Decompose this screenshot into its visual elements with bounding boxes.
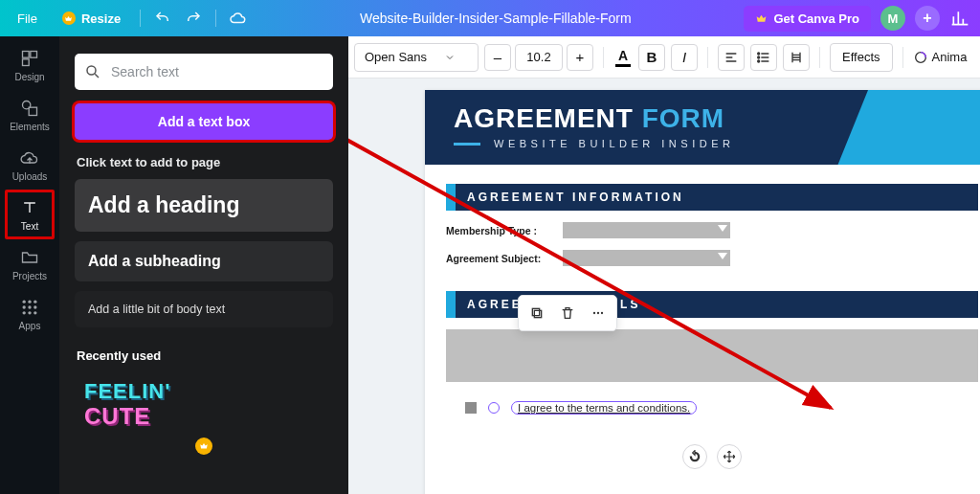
list-button[interactable]	[750, 44, 777, 71]
context-toolbar	[518, 295, 617, 331]
add-subheading-button[interactable]: Add a subheading	[75, 241, 333, 281]
svg-point-12	[28, 311, 31, 314]
typed-text[interactable]: I agree to the terms and conditions.	[511, 401, 697, 415]
side-rail: Design Elements Uploads Text Projects Ap…	[0, 36, 59, 494]
search-input[interactable]	[75, 54, 333, 90]
rail-text[interactable]: Text	[5, 190, 55, 239]
cloud-sync-icon[interactable]	[230, 10, 247, 27]
animate-button[interactable]: Anima	[913, 50, 968, 65]
rotate-handle[interactable]	[682, 444, 707, 469]
rail-uploads[interactable]: Uploads	[5, 140, 55, 190]
panel-hint: Click text to add to page	[77, 155, 331, 169]
italic-button[interactable]: I	[671, 44, 698, 71]
subject-dropdown[interactable]	[563, 250, 730, 266]
font-size-minus[interactable]: –	[484, 44, 511, 71]
font-color-button[interactable]: A	[613, 48, 633, 67]
avatar[interactable]: M	[880, 6, 905, 31]
add-collaborator-button[interactable]: +	[915, 6, 940, 31]
svg-point-9	[28, 305, 31, 308]
get-canva-pro-button[interactable]: Get Canva Pro	[744, 6, 871, 32]
resize-button[interactable]: Resize	[56, 8, 126, 30]
svg-point-14	[87, 66, 96, 75]
effects-button[interactable]: Effects	[830, 43, 893, 72]
crown-icon	[62, 11, 76, 25]
more-icon[interactable]	[586, 301, 611, 326]
rail-elements[interactable]: Elements	[5, 90, 55, 140]
pro-badge	[75, 438, 333, 455]
text-icon	[20, 198, 39, 217]
letter-a-icon: A	[618, 48, 628, 63]
apps-grid-icon	[20, 298, 39, 317]
chevron-down-icon	[444, 52, 456, 63]
recent-text-template[interactable]: FEELIN' CUTE	[75, 374, 333, 434]
delete-icon[interactable]	[555, 301, 580, 326]
inserted-text-element[interactable]: I agree to the terms and conditions.	[465, 401, 697, 415]
svg-point-5	[23, 300, 26, 303]
radio-icon[interactable]	[488, 402, 500, 414]
editor-canvas-area: Open Sans – 10.2 + A B I Effects	[348, 36, 980, 494]
template-line1: FEELIN'	[84, 380, 323, 402]
font-select[interactable]: Open Sans	[354, 43, 479, 72]
rail-label: Elements	[10, 122, 50, 132]
svg-rect-19	[534, 310, 541, 317]
rail-apps[interactable]: Apps	[5, 289, 55, 339]
font-size-plus[interactable]: +	[567, 44, 593, 71]
font-name: Open Sans	[365, 50, 427, 64]
spacing-button[interactable]	[783, 44, 810, 71]
font-size-value[interactable]: 10.2	[515, 44, 563, 71]
add-heading-button[interactable]: Add a heading	[75, 179, 333, 232]
animate-label: Anima	[932, 50, 968, 64]
separator	[707, 47, 708, 68]
divider	[215, 10, 216, 27]
undo-icon[interactable]	[154, 10, 171, 27]
resize-label: Resize	[81, 11, 121, 26]
move-handle[interactable]	[717, 444, 742, 469]
form-row: Agreement Subject:	[425, 250, 980, 266]
selected-text-box[interactable]: I agree to the terms and conditions.	[446, 329, 978, 382]
duplicate-icon[interactable]	[524, 301, 549, 326]
svg-point-7	[33, 300, 36, 303]
bold-button[interactable]: B	[638, 44, 665, 71]
form-label: Membership Type :	[446, 225, 551, 236]
templates-icon	[20, 49, 39, 68]
rail-label: Apps	[19, 321, 41, 331]
rail-design[interactable]: Design	[5, 40, 55, 90]
svg-point-6	[28, 300, 31, 303]
svg-point-21	[593, 312, 595, 314]
crown-icon	[199, 441, 209, 451]
form-label: Agreement Subject:	[446, 253, 551, 264]
align-button[interactable]	[718, 44, 745, 71]
animate-icon	[913, 50, 928, 65]
add-body-text-button[interactable]: Add a little bit of body text	[75, 291, 333, 327]
redo-icon[interactable]	[185, 10, 202, 27]
separator	[902, 47, 903, 68]
crown-icon	[755, 12, 768, 25]
checkbox-icon[interactable]	[465, 402, 477, 414]
svg-point-23	[601, 312, 603, 314]
rail-projects[interactable]: Projects	[5, 239, 55, 289]
membership-dropdown[interactable]	[563, 222, 730, 238]
element-handles	[682, 444, 742, 469]
design-page[interactable]: AGREEMENT FORM WEBSITE BUILDER INSIDER A…	[425, 90, 980, 494]
get-pro-label: Get Canva Pro	[773, 11, 859, 26]
svg-rect-0	[23, 51, 30, 57]
recently-used-label: Recently used	[77, 348, 331, 363]
divider	[140, 10, 141, 27]
file-menu[interactable]: File	[11, 8, 43, 30]
svg-rect-4	[29, 107, 36, 115]
svg-point-15	[758, 53, 760, 55]
shapes-icon	[20, 99, 39, 118]
accent-dash	[454, 143, 480, 146]
analytics-icon[interactable]	[949, 8, 970, 29]
add-text-box-button[interactable]: Add a text box	[75, 103, 333, 140]
cloud-upload-icon	[20, 148, 39, 168]
document-title[interactable]: Website-Builder-Insider-Sample-Fillable-…	[247, 11, 744, 26]
svg-rect-2	[23, 58, 30, 65]
svg-point-13	[33, 311, 36, 314]
svg-point-10	[33, 305, 36, 308]
rail-label: Design	[14, 72, 44, 82]
search-field[interactable]	[109, 63, 323, 80]
svg-point-8	[23, 305, 26, 308]
separator	[603, 47, 604, 68]
template-line2: CUTE	[84, 404, 323, 428]
